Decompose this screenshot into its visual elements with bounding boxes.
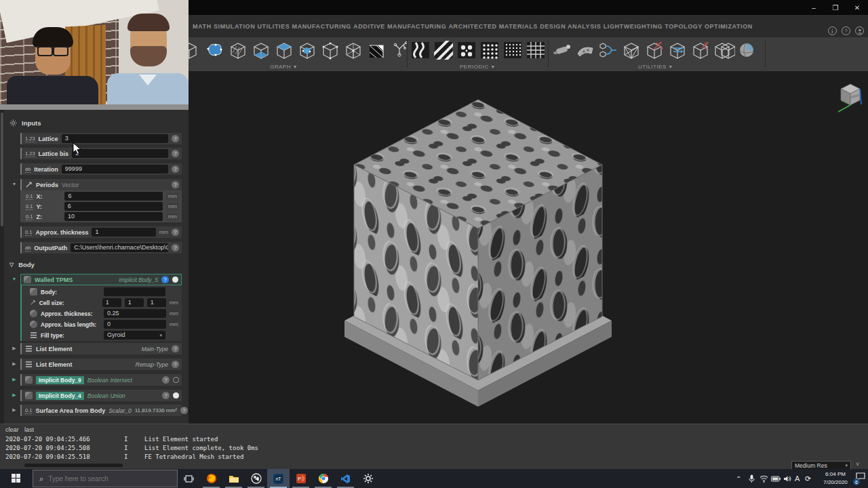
restore-icon[interactable]: ❐ <box>825 0 846 15</box>
visibility-toggle[interactable] <box>173 392 179 399</box>
implicit-body-9-row[interactable]: Implicit Body_9 Boolean Intersect ? <box>20 374 182 386</box>
list-collapse-icon[interactable]: ▶ <box>10 361 18 367</box>
last-log-button[interactable]: last <box>24 426 34 433</box>
help-icon[interactable]: ? <box>172 345 179 352</box>
console-hscrollbar[interactable] <box>24 464 123 467</box>
tab-topology-optimization[interactable]: TOPOLOGY OPTIMIZATION <box>665 23 753 30</box>
periodic-dot-grid-icon[interactable] <box>478 39 501 62</box>
output-path-input[interactable]: C:\Users\henri.charnace\Desktop\Optib <box>71 243 168 252</box>
panel-collapse-chevron-icon[interactable]: ˅ <box>856 461 859 468</box>
panel-scrollbar[interactable] <box>0 110 4 424</box>
periodic-schwarz-icon[interactable] <box>455 39 478 62</box>
utilities-hex-branch-icon[interactable] <box>597 39 620 62</box>
cell-size-x-input[interactable]: 1 <box>102 298 121 307</box>
help-icon[interactable]: ? <box>172 150 179 157</box>
help-icon[interactable]: ? <box>180 407 188 414</box>
tab-design-analysis[interactable]: DESIGN ANALYSIS <box>540 23 601 30</box>
vscode-icon[interactable] <box>334 469 357 488</box>
tpms-collapse-icon[interactable]: ▼ <box>10 277 18 281</box>
download-circle-icon[interactable]: ⭳ <box>828 26 837 35</box>
body-input[interactable] <box>104 287 165 296</box>
fill-type-dropdown[interactable]: Gyroid ▾ <box>104 331 165 340</box>
orientation-cube-icon[interactable] <box>835 80 865 114</box>
graph-node-cube-icon[interactable] <box>319 39 342 62</box>
firefox-icon[interactable] <box>200 469 222 488</box>
graph-implicit-field-icon[interactable] <box>203 39 226 62</box>
visibility-toggle[interactable] <box>173 377 179 383</box>
notification-center-icon[interactable]: 6 <box>856 472 865 481</box>
help-icon[interactable]: ? <box>162 376 170 384</box>
tab-simulation[interactable]: SIMULATION <box>214 23 255 30</box>
utilities-double-cube-icon[interactable] <box>712 39 735 62</box>
tab-utilities[interactable]: UTILITIES <box>257 23 290 30</box>
inputs-section-header[interactable]: Inputs <box>9 118 183 128</box>
graph-group-label[interactable]: GRAPH▾ <box>270 63 296 70</box>
help-icon[interactable]: ? <box>172 165 179 173</box>
powerpoint-icon[interactable]: P <box>290 469 312 488</box>
surface-area-row[interactable]: 0.1 Surface Area from Body Scalar_0 11,8… <box>20 405 182 416</box>
utilities-roller-icon[interactable] <box>551 39 574 62</box>
utilities-sphere-icon[interactable] <box>735 39 758 62</box>
visibility-toggle[interactable] <box>172 277 178 283</box>
help-icon[interactable]: ? <box>172 135 179 142</box>
search-input[interactable] <box>48 475 157 483</box>
periods-collapse-icon[interactable]: ▼ <box>10 182 18 186</box>
periodic-group-label[interactable]: PERIODIC▾ <box>460 63 494 70</box>
graph-hatched-cube-icon[interactable] <box>226 39 250 62</box>
utilities-trim-cube-icon[interactable] <box>643 39 666 62</box>
implicit-body-collapse-icon[interactable]: ▶ <box>10 377 18 382</box>
file-explorer-icon[interactable] <box>222 469 245 488</box>
webcam-video[interactable] <box>0 0 189 110</box>
sync-tray-icon[interactable]: ⟳ <box>805 469 811 488</box>
graph-cube-blue-top-icon[interactable] <box>273 39 296 62</box>
utilities-lattice-cube-icon[interactable] <box>620 39 643 62</box>
lattice-bis-input[interactable]: 2 <box>72 149 168 158</box>
minimize-icon[interactable]: – <box>803 0 825 15</box>
utilities-group-label[interactable]: UTILITIES▾ <box>638 63 672 70</box>
help-circle-icon[interactable]: ? <box>842 26 850 35</box>
3d-viewport[interactable] <box>189 71 868 424</box>
tray-chevron-up-icon[interactable]: ⌃ <box>736 469 741 488</box>
graph-cube-blue-bottom-icon[interactable] <box>250 39 273 62</box>
wifi-icon[interactable] <box>760 469 768 488</box>
speaker-icon[interactable] <box>783 469 791 488</box>
tpms-approx-bias-input[interactable]: 0 <box>104 320 166 329</box>
utilities-remove-cube-icon[interactable] <box>689 39 712 62</box>
x-input[interactable]: 6 <box>64 192 162 201</box>
help-icon[interactable]: ? <box>172 228 179 236</box>
utilities-shift-cube-icon[interactable] <box>666 39 689 62</box>
list-element-row[interactable]: List Element Remap-Type ? <box>20 359 182 370</box>
obs-icon[interactable] <box>245 469 267 488</box>
taskbar-search[interactable]: ⌕ <box>33 470 178 487</box>
graph-inner-graph-cube-icon[interactable] <box>342 39 365 62</box>
battery-icon[interactable] <box>771 469 781 488</box>
language-indicator[interactable]: A <box>795 469 800 488</box>
y-input[interactable]: 6 <box>64 202 163 211</box>
iteration-input[interactable]: 99999 <box>62 165 168 174</box>
periodic-fine-dots-icon[interactable] <box>501 39 524 62</box>
approx-thickness-input[interactable]: 1 <box>92 228 155 237</box>
help-icon[interactable]: ? <box>172 361 179 368</box>
help-icon[interactable]: ? <box>172 181 179 188</box>
list-collapse-icon[interactable]: ▶ <box>10 346 18 351</box>
walled-tpms-header[interactable]: Walled TPMS Implicit Body_5 ? <box>20 274 182 285</box>
tpms-approx-thickness-input[interactable]: 0.25 <box>104 309 166 318</box>
periodic-mesh-grid-icon[interactable] <box>524 39 547 62</box>
help-icon[interactable]: ? <box>172 244 179 251</box>
periodic-diagonal-stripes-icon[interactable] <box>432 39 455 62</box>
z-input[interactable]: 10 <box>64 212 163 221</box>
gyroid-model[interactable] <box>339 90 617 422</box>
help-icon[interactable]: ? <box>162 392 170 399</box>
start-button[interactable] <box>0 469 33 488</box>
ntop-icon[interactable]: nT <box>267 469 290 488</box>
account-circle-icon[interactable] <box>855 26 864 35</box>
implicit-body-collapse-icon[interactable]: ▶ <box>10 392 18 398</box>
utilities-shell-icon[interactable] <box>574 39 597 62</box>
help-icon[interactable]: ? <box>161 276 169 283</box>
graph-voxel-cube-icon[interactable] <box>365 39 388 62</box>
tab-manufacturing[interactable]: MANUFACTURING <box>292 23 351 30</box>
tab-math[interactable]: MATH <box>193 23 212 30</box>
taskbar-clock[interactable]: 6:04 PM 7/20/2020 <box>816 470 854 487</box>
settings-gear-icon[interactable] <box>357 469 379 488</box>
close-icon[interactable]: ✕ <box>846 0 868 15</box>
